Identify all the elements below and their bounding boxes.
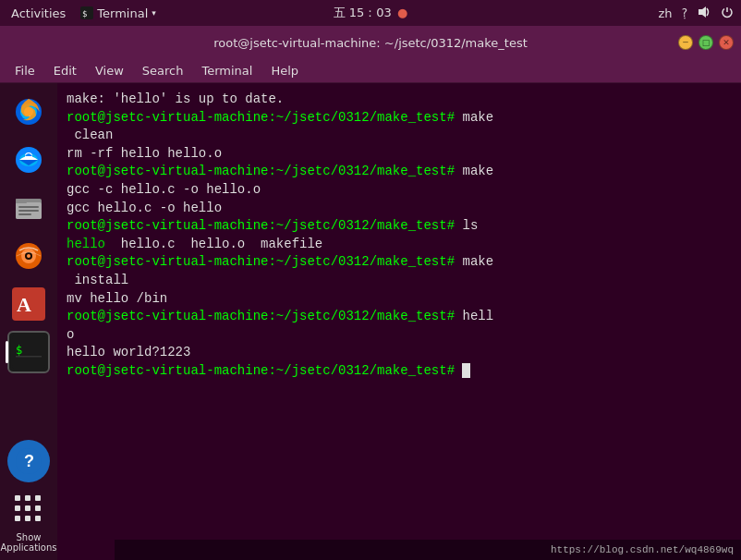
main-layout: A $_ ? [0, 83, 741, 560]
terminal-dropdown-icon[interactable]: ▾ [152, 8, 156, 18]
terminal-line: root@jsetc-virtual-machine:~/jsetc/0312/… [67, 362, 732, 381]
terminal-line: make: 'hello' is up to date. [67, 91, 732, 109]
maximize-button[interactable]: □ [698, 35, 713, 50]
font-viewer-icon: A [12, 287, 45, 321]
svg-rect-12 [18, 206, 39, 208]
firefox-icon [12, 95, 45, 128]
terminal-line: root@jsetc-virtual-machine:~/jsetc/0312/… [67, 308, 732, 326]
svg-marker-2 [698, 6, 706, 18]
terminal-line: mv hello /bin [67, 290, 732, 309]
terminal-cursor [462, 363, 470, 378]
power-icon[interactable] [721, 6, 734, 21]
menu-search[interactable]: Search [135, 62, 191, 79]
sidebar-icon-thunderbird[interactable] [7, 139, 50, 181]
menu-help[interactable]: Help [263, 62, 306, 79]
sidebar: A $_ ? [0, 83, 57, 560]
grid-dot [35, 495, 41, 501]
grid-dot [25, 495, 30, 501]
sidebar-icon-files[interactable] [7, 187, 50, 229]
show-applications-area: Show Applications [0, 488, 57, 560]
help-icon: ? [12, 444, 45, 478]
svg-rect-13 [18, 210, 39, 212]
grid-dot [35, 505, 41, 511]
svg-point-18 [27, 254, 30, 258]
terminal-line: rm -rf hello hello.o [67, 145, 732, 164]
terminal-line: root@jsetc-virtual-machine:~/jsetc/0312/… [67, 253, 732, 272]
show-applications-label: Show Applications [0, 532, 57, 553]
system-bar-right: zh ?̣ [659, 6, 734, 21]
sidebar-icon-font-viewer[interactable]: A [7, 283, 50, 325]
system-bar-center: 五 15：03 ● [334, 5, 408, 21]
status-bar: https://blog.csdn.net/wq4869wq [115, 540, 741, 560]
minimize-button[interactable]: ─ [678, 35, 693, 50]
terminal-output[interactable]: make: 'hello' is up to date. root@jsetc-… [57, 83, 741, 560]
terminal-icon-small: $ [80, 6, 93, 19]
menu-file[interactable]: File [7, 62, 43, 79]
lang-label[interactable]: zh [659, 6, 673, 20]
terminal-app-icon: $_ [12, 335, 45, 369]
window-title: root@jsetc-virtual-machine: ~/jsetc/0312… [213, 36, 528, 50]
sidebar-icon-help[interactable]: ? [7, 440, 50, 482]
title-bar: root@jsetc-virtual-machine: ~/jsetc/0312… [0, 26, 741, 59]
rhythmbox-icon [12, 239, 45, 273]
window-controls: ─ □ ✕ [678, 35, 734, 50]
menu-bar: File Edit View Search Terminal Help [0, 59, 741, 83]
close-button[interactable]: ✕ [719, 35, 734, 50]
svg-rect-11 [16, 199, 27, 203]
sidebar-icon-rhythmbox[interactable] [7, 235, 50, 277]
terminal-line: root@jsetc-virtual-machine:~/jsetc/0312/… [67, 217, 732, 236]
svg-text:$_: $_ [16, 344, 30, 357]
terminal-label: Terminal [97, 6, 148, 20]
grid-dot [15, 505, 20, 511]
system-bar-left: Activities $ Terminal ▾ [7, 5, 156, 22]
menu-view[interactable]: View [88, 62, 131, 79]
status-url: https://blog.csdn.net/wq4869wq [551, 544, 734, 555]
sidebar-icon-firefox[interactable] [7, 91, 50, 133]
grid-dot [25, 505, 30, 511]
terminal-line: hello world?1223 [67, 344, 732, 362]
terminal-line: gcc hello.c -o hello [67, 200, 732, 218]
files-icon [12, 191, 45, 225]
svg-text:?: ? [24, 452, 34, 470]
menu-edit[interactable]: Edit [46, 62, 84, 79]
terminal-line: o [67, 326, 732, 345]
svg-rect-14 [18, 213, 31, 215]
terminal-line: gcc -c hello.c -o hello.o [67, 181, 732, 200]
menu-terminal[interactable]: Terminal [194, 62, 260, 79]
terminal-menu-indicator[interactable]: $ Terminal ▾ [80, 6, 155, 20]
system-bar: Activities $ Terminal ▾ 五 15：03 ● zh ?̣ [0, 0, 741, 26]
datetime: 五 15：03 [334, 6, 392, 19]
grid-dot [35, 516, 41, 521]
thunderbird-icon [12, 143, 45, 177]
grid-dot [15, 495, 20, 501]
recording-dot: ● [397, 6, 407, 19]
terminal-line: clean [67, 127, 732, 145]
question-icon[interactable]: ?̣ [682, 6, 687, 19]
svg-text:A: A [17, 293, 31, 316]
terminal-line: hello hello.c hello.o makefile [67, 236, 732, 254]
activities-button[interactable]: Activities [7, 5, 69, 22]
sound-icon[interactable] [697, 6, 711, 21]
svg-text:$: $ [82, 9, 87, 18]
grid-dot [25, 516, 30, 521]
sidebar-icon-terminal[interactable]: $_ [7, 331, 50, 373]
terminal-line: install [67, 272, 732, 290]
terminal-line: root@jsetc-virtual-machine:~/jsetc/0312/… [67, 163, 732, 181]
svg-rect-23 [16, 356, 42, 358]
terminal-line: root@jsetc-virtual-machine:~/jsetc/0312/… [67, 109, 732, 128]
grid-dot [15, 516, 20, 521]
show-applications-button[interactable] [7, 488, 50, 530]
